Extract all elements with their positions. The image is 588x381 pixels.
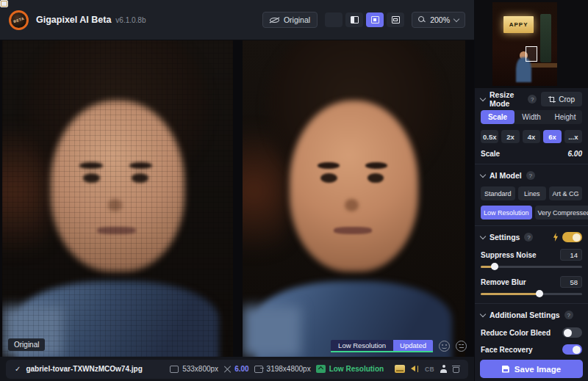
logo-badge-text: BETA	[12, 16, 24, 23]
main-column: BETA Gigapixel AI Beta v6.1.0.8b Origina…	[0, 0, 474, 381]
tab-height[interactable]: Height	[548, 110, 582, 124]
face-recovery-indicator-icon	[440, 365, 448, 373]
original-image-pane[interactable]: Original	[2, 40, 233, 357]
auto-settings-bolt-icon	[553, 233, 559, 242]
save-image-button[interactable]: Save Image	[480, 360, 583, 378]
model-low-resolution[interactable]: Low Resolution	[481, 206, 532, 219]
model-row-1: Standard Lines Art & CG	[481, 186, 582, 200]
save-disk-icon	[502, 366, 509, 373]
ai-model-title: AI Model	[490, 171, 522, 180]
resize-mode-header[interactable]: Resize Mode ? Crop	[481, 93, 582, 105]
eye-off-icon	[270, 17, 279, 23]
enhanced-photo	[243, 40, 465, 357]
preset-0-5x[interactable]: 0.5x	[481, 130, 498, 143]
model-standard[interactable]: Standard	[481, 186, 515, 200]
remove-file-icon[interactable]	[453, 365, 459, 373]
model-very-compressed[interactable]: Very Compressed	[535, 206, 588, 219]
resize-mode-title: Resize Mode	[490, 90, 523, 108]
tab-width[interactable]: Width	[514, 110, 548, 124]
viewport-rectangle[interactable]	[526, 46, 537, 62]
check-icon: ✓	[15, 365, 21, 373]
suppress-noise-slider[interactable]	[481, 263, 582, 270]
slider-thumb[interactable]	[491, 263, 498, 270]
help-icon[interactable]: ?	[524, 233, 533, 242]
tab-scale[interactable]: Scale	[481, 110, 514, 124]
status-bar: ✓ gabriel-tovar-TXWNzMCOw74.jpg 533x800p…	[0, 357, 474, 381]
crop-label: Crop	[559, 95, 575, 104]
side-by-side-view-icon	[371, 16, 379, 23]
reduce-color-bleed-row: Reduce Color Bleed	[481, 327, 582, 338]
feedback-happy-icon[interactable]	[439, 341, 450, 352]
model-lines[interactable]: Lines	[518, 186, 546, 200]
chevron-down-icon	[480, 311, 486, 316]
preview-canvas: Original Low Resolution Updated	[0, 40, 474, 357]
chevron-down-icon	[453, 15, 459, 21]
chevron-down-icon	[480, 171, 486, 177]
zoom-level-dropdown[interactable]: 200%	[412, 12, 465, 28]
comparison-view-icon	[392, 16, 400, 23]
split-view-button[interactable]	[345, 12, 363, 27]
preset-6x[interactable]: 6x	[543, 130, 561, 143]
magnifier-icon	[418, 16, 426, 23]
remove-blur-indicator-icon	[410, 365, 420, 373]
result-badge-row: Low Resolution Updated	[331, 340, 467, 352]
preset-2x[interactable]: 2x	[501, 130, 519, 143]
split-view-icon	[351, 16, 359, 23]
single-view-icon	[0, 0, 8, 7]
reduce-color-bleed-toggle[interactable]	[562, 327, 582, 338]
input-size-item: 533x800px	[170, 365, 218, 373]
output-size-item: 3198x4800px	[254, 365, 311, 373]
additional-settings-title: Additional Settings	[490, 311, 560, 319]
comparison-view-button[interactable]	[387, 12, 404, 27]
suppress-noise-row: Suppress Noise 14	[481, 249, 582, 261]
show-original-button[interactable]: Original	[262, 12, 318, 28]
auto-settings-toggle[interactable]	[562, 232, 582, 242]
ai-model-header[interactable]: AI Model ?	[481, 170, 582, 181]
scale-value: 6.00	[568, 150, 582, 158]
model-status-item: Low Resolution	[316, 365, 384, 373]
preset-custom[interactable]: ...x	[564, 130, 582, 143]
processing-result-badge: Low Resolution Updated	[331, 340, 433, 352]
preset-4x[interactable]: 4x	[523, 130, 540, 143]
app-version: v6.1.0.8b	[115, 16, 146, 24]
settings-header[interactable]: Settings ?	[481, 231, 582, 243]
model-art-cg[interactable]: Art & CG	[549, 186, 582, 200]
input-image-icon	[170, 366, 179, 373]
crop-button[interactable]: Crop	[541, 92, 582, 106]
navigation-thumbnail[interactable]: APPY	[475, 0, 588, 88]
chevron-down-icon	[480, 233, 486, 239]
app-title: Gigapixel AI Beta	[36, 15, 111, 25]
settings-sidebar: APPY Resize Mode ? Crop Scale Width H	[474, 0, 588, 381]
resize-tabs: Scale Width Height	[481, 110, 582, 124]
scale-factor-value: 6.00	[234, 365, 248, 373]
enhanced-image-pane[interactable]	[243, 40, 465, 357]
help-icon[interactable]: ?	[528, 95, 537, 104]
gigapixel-app-window: BETA Gigapixel AI Beta v6.1.0.8b Origina…	[0, 0, 588, 381]
remove-blur-row: Remove Blur 58	[481, 276, 582, 288]
help-icon[interactable]: ?	[564, 311, 573, 319]
face-recovery-toggle[interactable]	[562, 344, 582, 355]
settings-title: Settings	[490, 233, 520, 242]
remove-blur-label: Remove Blur	[481, 278, 526, 286]
single-view-button[interactable]	[325, 12, 343, 27]
remove-blur-slider[interactable]	[481, 290, 582, 297]
pixelation-overlay	[2, 40, 233, 357]
chevron-down-icon	[480, 95, 486, 101]
scale-presets: 0.5x 2x 4x 6x ...x	[481, 130, 582, 143]
suppress-noise-indicator-icon	[395, 365, 405, 373]
slider-thumb[interactable]	[536, 290, 543, 297]
help-icon[interactable]: ?	[526, 171, 535, 180]
remove-blur-value[interactable]: 58	[560, 276, 582, 288]
additional-settings-header[interactable]: Additional Settings ?	[481, 309, 582, 321]
view-mode-group	[325, 12, 404, 27]
save-image-label: Save Image	[514, 365, 561, 374]
topaz-beta-logo-icon: BETA	[9, 10, 29, 30]
output-image-icon	[254, 366, 263, 373]
sign-text: APPY	[509, 21, 528, 28]
feedback-unhappy-icon[interactable]	[456, 341, 467, 352]
suppress-noise-value[interactable]: 14	[560, 249, 582, 261]
side-by-side-view-button[interactable]	[366, 12, 384, 27]
show-original-label: Original	[284, 15, 310, 24]
file-info-bar: ✓ gabriel-tovar-TXWNzMCOw74.jpg 533x800p…	[6, 360, 468, 379]
thumbnail-image: APPY	[492, 2, 557, 86]
